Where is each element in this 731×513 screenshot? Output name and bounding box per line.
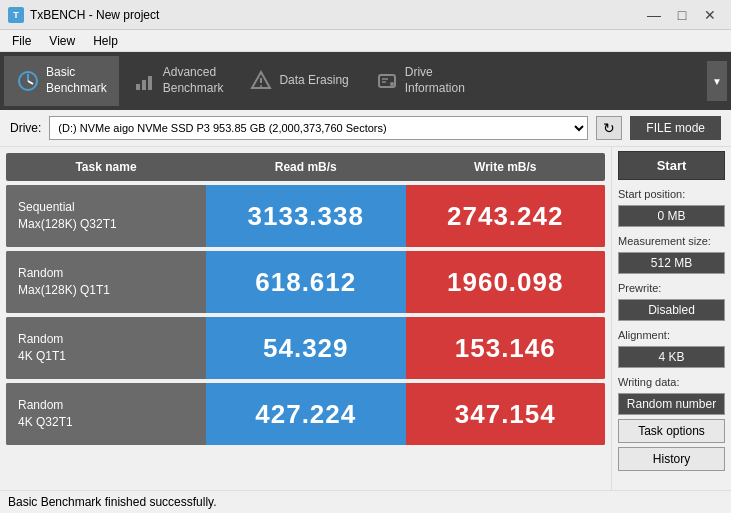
app-icon: T [8, 7, 24, 23]
svg-rect-1 [136, 84, 140, 90]
row-name-0: Sequential Max(128K) Q32T1 [6, 185, 206, 247]
status-text: Basic Benchmark finished successfully. [8, 495, 217, 509]
alignment-label: Alignment: [618, 329, 725, 341]
row-write-1: 1960.098 [406, 251, 606, 313]
window-title: TxBENCH - New project [30, 8, 159, 22]
data-erasing-label: Data Erasing [279, 73, 348, 89]
row-write-3: 347.154 [406, 383, 606, 445]
table-row: Random 4K Q32T1 427.224 347.154 [6, 383, 605, 445]
basic-benchmark-icon [16, 69, 40, 93]
measurement-size-value: 512 MB [618, 252, 725, 274]
col-read: Read mB/s [206, 153, 406, 181]
measurement-size-label: Measurement size: [618, 235, 725, 247]
row-name-3: Random 4K Q32T1 [6, 383, 206, 445]
row-name-2: Random 4K Q1T1 [6, 317, 206, 379]
basic-benchmark-label: BasicBenchmark [46, 65, 107, 96]
svg-rect-2 [142, 80, 146, 90]
prewrite-label: Prewrite: [618, 282, 725, 294]
svg-rect-3 [148, 76, 152, 90]
menu-help[interactable]: Help [85, 32, 126, 50]
table-row: Sequential Max(128K) Q32T1 3133.338 2743… [6, 185, 605, 247]
start-position-label: Start position: [618, 188, 725, 200]
advanced-benchmark-label: AdvancedBenchmark [163, 65, 224, 96]
row-read-2: 54.329 [206, 317, 406, 379]
minimize-button[interactable]: — [641, 5, 667, 25]
tab-advanced-benchmark[interactable]: AdvancedBenchmark [121, 56, 236, 106]
drive-information-icon [375, 69, 399, 93]
row-name-1: Random Max(128K) Q1T1 [6, 251, 206, 313]
toolbar: BasicBenchmark AdvancedBenchmark Data Er… [0, 52, 731, 110]
maximize-button[interactable]: □ [669, 5, 695, 25]
row-read-1: 618.612 [206, 251, 406, 313]
toolbar-dropdown-button[interactable]: ▼ [707, 61, 727, 101]
row-read-3: 427.224 [206, 383, 406, 445]
window-controls: — □ ✕ [641, 5, 723, 25]
table-row: Random Max(128K) Q1T1 618.612 1960.098 [6, 251, 605, 313]
svg-point-6 [260, 85, 262, 87]
advanced-benchmark-icon [133, 69, 157, 93]
table-row: Random 4K Q1T1 54.329 153.146 [6, 317, 605, 379]
menu-file[interactable]: File [4, 32, 39, 50]
row-write-2: 153.146 [406, 317, 606, 379]
data-erasing-icon [249, 69, 273, 93]
file-mode-button[interactable]: FILE mode [630, 116, 721, 140]
svg-point-8 [390, 82, 394, 86]
sidebar: Start Start position: 0 MB Measurement s… [611, 147, 731, 490]
drive-select[interactable]: (D:) NVMe aigo NVMe SSD P3 953.85 GB (2,… [49, 116, 588, 140]
tab-basic-benchmark[interactable]: BasicBenchmark [4, 56, 119, 106]
drive-label: Drive: [10, 121, 41, 135]
col-write: Write mB/s [406, 153, 606, 181]
writing-data-value: Random number [618, 393, 725, 415]
start-position-value: 0 MB [618, 205, 725, 227]
writing-data-label: Writing data: [618, 376, 725, 388]
close-button[interactable]: ✕ [697, 5, 723, 25]
row-read-0: 3133.338 [206, 185, 406, 247]
start-button[interactable]: Start [618, 151, 725, 180]
history-button[interactable]: History [618, 447, 725, 471]
status-bar: Basic Benchmark finished successfully. [0, 490, 731, 512]
task-options-button[interactable]: Task options [618, 419, 725, 443]
drive-row: Drive: (D:) NVMe aigo NVMe SSD P3 953.85… [0, 110, 731, 147]
tab-data-erasing[interactable]: Data Erasing [237, 56, 360, 106]
tab-drive-information[interactable]: DriveInformation [363, 56, 477, 106]
menu-view[interactable]: View [41, 32, 83, 50]
alignment-value: 4 KB [618, 346, 725, 368]
col-task-name: Task name [6, 153, 206, 181]
row-write-0: 2743.242 [406, 185, 606, 247]
table-header: Task name Read mB/s Write mB/s [6, 153, 605, 181]
title-bar: T TxBENCH - New project — □ ✕ [0, 0, 731, 30]
drive-information-label: DriveInformation [405, 65, 465, 96]
table-area: Task name Read mB/s Write mB/s Sequentia… [0, 147, 611, 490]
drive-refresh-button[interactable]: ↻ [596, 116, 622, 140]
prewrite-value: Disabled [618, 299, 725, 321]
menu-bar: File View Help [0, 30, 731, 52]
main-area: Task name Read mB/s Write mB/s Sequentia… [0, 147, 731, 490]
